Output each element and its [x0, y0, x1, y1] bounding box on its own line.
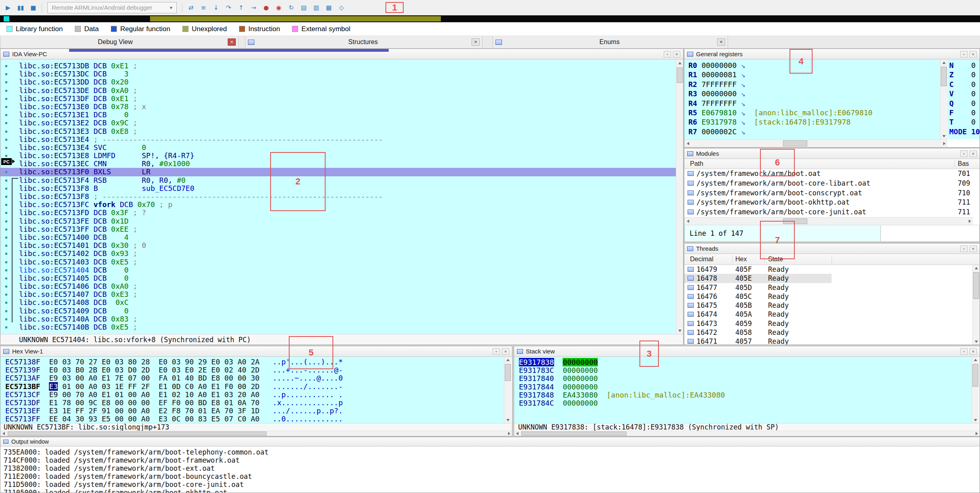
disasm-line[interactable]: libc.so:EC5713E2 DCB 0x9C ;	[0, 119, 676, 127]
close-tab-icon[interactable]: ×	[717, 38, 725, 46]
scroll-left-icon[interactable]	[0, 431, 6, 436]
hex-row[interactable]: EC57138F E0 03 70 27 E0 03 80 28 E0 03 9…	[0, 358, 504, 366]
disasm-line[interactable]: libc.so:EC5713E3 DCB 0xE8 ;	[0, 127, 676, 135]
column-separator[interactable]	[955, 160, 955, 167]
disasm-line[interactable]: libc.so:EC57140A DCB 0x83 ;	[0, 315, 676, 323]
modules-list[interactable]: /system/framework/arm/boot.oat701/system…	[684, 169, 980, 217]
disasm-line[interactable]: libc.so:EC571400 DCB 4	[0, 233, 676, 241]
stack-vertical-scrollbar[interactable]	[972, 357, 979, 423]
scroll-down-icon[interactable]	[940, 133, 947, 139]
register-row[interactable]: R2 7FFFFFFF ↘	[684, 80, 939, 89]
ida-vertical-scrollbar[interactable]	[676, 59, 683, 334]
memory-view-button[interactable]: ▥	[311, 2, 322, 13]
registers-vertical-scrollbar[interactable]	[940, 59, 947, 139]
stack-row[interactable]: E9317840 00000000	[514, 375, 972, 383]
hex-horizontal-scrollbar[interactable]	[0, 431, 512, 436]
breakpoint-list-button[interactable]: ●	[260, 2, 272, 13]
stack-row[interactable]: E9317838 00000000	[514, 358, 972, 366]
scrollbar-thumb[interactable]	[941, 67, 947, 86]
threads-header[interactable]: Decimal Hex State	[684, 254, 980, 265]
scroll-right-icon[interactable]	[941, 140, 948, 147]
thread-row[interactable]: 16477405DReady	[684, 283, 972, 292]
run-until-return-button[interactable]: ↑	[235, 2, 247, 13]
disasm-line[interactable]: libc.so:EC5713F4 RSB R0, R0, #0	[0, 176, 676, 184]
disasm-line[interactable]: libc.so:EC5713E8 LDMFD SP!, {R4-R7}	[0, 152, 676, 160]
hex-row[interactable]: EC5713EF E3 1E FF 2F 91 00 00 A0 E2 F8 7…	[0, 407, 504, 415]
tab-enums[interactable]: Enums ×	[493, 36, 728, 48]
disasm-line[interactable]: libc.so:EC5713FD DCB 0x3F ; ?	[0, 209, 676, 217]
module-row[interactable]: /system/framework/arm/boot-okhttp.oat711	[684, 198, 980, 207]
stack-view-titlebar[interactable]: Stack view ▫ ×	[514, 346, 980, 357]
panel-close-button[interactable]: ×	[502, 348, 509, 355]
hex-row[interactable]: EC5713AF E9 03 00 A0 E1 7E 07 00 FA 01 4…	[0, 374, 504, 382]
flag-row[interactable]: C 0	[949, 80, 980, 89]
registers-horizontal-scrollbar[interactable]	[684, 139, 948, 147]
column-separator[interactable]	[732, 255, 732, 263]
disasm-line[interactable]: libc.so:EC571402 DCB 0x93 ;	[0, 250, 676, 258]
panel-restore-button[interactable]: ▫	[960, 245, 967, 252]
debugger-options-button[interactable]: ≡	[198, 2, 209, 13]
stack-row[interactable]: E9317844 00000000	[514, 383, 972, 391]
disasm-line[interactable]: libc.so:EC5713DE DCB 0xA0 ;	[0, 87, 676, 95]
hex-row[interactable]: EC5713FF EE 04 30 93 E5 00 00 A0 E3 0C 0…	[0, 415, 504, 423]
disasm-line[interactable]: libc.so:EC5713DB DCB 0xE1 ;	[0, 62, 676, 70]
scrollbar-thumb[interactable]	[973, 272, 979, 299]
debugger-selector[interactable]: Remote ARMLinux/Android debugger ▾	[47, 2, 177, 13]
close-tab-icon[interactable]: ×	[472, 38, 480, 46]
disasm-line[interactable]: libc.so:EC5713F8 ; ---------------------…	[0, 193, 676, 201]
scrollbar-thumb[interactable]	[783, 140, 807, 146]
disasm-line[interactable]: libc.so:EC5713FC vfork DCB 0x70 ; p	[0, 201, 676, 209]
segments-button[interactable]: ▦	[323, 2, 334, 13]
panel-restore-button[interactable]: ▫	[960, 51, 967, 57]
threads-header-hex[interactable]: Hex	[735, 254, 747, 264]
step-into-button[interactable]: ↓	[210, 2, 222, 13]
disasm-line[interactable]: libc.so:EC5713F8 B sub_EC5CD7E0	[0, 184, 676, 193]
thread-row[interactable]: 16474405AReady	[684, 310, 972, 319]
toggle-breakpoint-button[interactable]: ◉	[273, 2, 284, 13]
tab-structures[interactable]: Structures ×	[245, 36, 483, 48]
step-over-button[interactable]: ↷	[223, 2, 234, 13]
scrollbar-thumb[interactable]	[677, 68, 683, 83]
thread-row[interactable]: 164734059Ready	[684, 319, 972, 328]
disasm-line[interactable]: libc.so:EC571404 DCB 0	[0, 266, 676, 274]
module-row[interactable]: /system/framework/arm/boot-core-libart.o…	[684, 179, 980, 188]
threads-header-decimal[interactable]: Decimal	[690, 254, 713, 264]
thread-row[interactable]: 16475405BReady	[684, 301, 972, 310]
hex-view-titlebar[interactable]: Hex View-1 ▫ ×	[0, 346, 512, 357]
scroll-up-icon[interactable]	[973, 265, 980, 271]
thread-row[interactable]: 164714057Ready	[684, 337, 972, 345]
panel-close-button[interactable]: ×	[969, 51, 977, 57]
scrollbar-thumb[interactable]	[8, 432, 267, 436]
modules-header-path[interactable]: Path	[690, 159, 703, 169]
register-row[interactable]: R4 7FFFFFFF ↘	[684, 99, 939, 108]
mode-row[interactable]: MODE 10	[949, 127, 980, 136]
disasm-line[interactable]: libc.so:EC5713E1 DCB 0	[0, 111, 676, 119]
disasm-line[interactable]: libc.so:EC571409 DCB 0	[0, 307, 676, 315]
module-row[interactable]: /system/framework/arm/boot-core-junit.oa…	[684, 207, 980, 217]
module-row[interactable]: /system/framework/arm/boot.oat701	[684, 169, 980, 179]
panel-close-button[interactable]: ×	[673, 51, 680, 57]
disasm-line[interactable]: libc.so:EC5713F0 BXLS LR	[0, 168, 676, 176]
panel-restore-button[interactable]: ▫	[664, 51, 671, 57]
stack-list[interactable]: E9317838 00000000E931783C 00000000E93178…	[514, 357, 972, 423]
scroll-down-icon[interactable]	[504, 417, 511, 423]
output-titlebar[interactable]: Output window	[0, 437, 980, 446]
disasm-line[interactable]: libc.so:EC571407 DCB 0xE3 ;	[0, 290, 676, 298]
thread-row[interactable]: 16476405CReady	[684, 292, 972, 301]
hex-row[interactable]: EC5713DF E1 78 00 9C E8 00 00 00 EF F0 0…	[0, 399, 504, 407]
scrollbar-thumb[interactable]	[521, 432, 627, 436]
stack-row[interactable]: E931784C 00000000	[514, 399, 972, 407]
stack-row[interactable]: E9317848 EA433080 [anon:libc_malloc]:EA4…	[514, 391, 972, 399]
continue-process-button[interactable]: ▶	[2, 2, 14, 13]
threads-list[interactable]: 16479405FReady16478405EReady16477405DRea…	[684, 265, 972, 345]
register-row[interactable]: R3 00000000 ↘	[684, 89, 939, 98]
register-row[interactable]: R6 E9317978 ↘ [stack:16478]:E9317978	[684, 117, 939, 127]
scroll-down-icon[interactable]	[972, 417, 979, 423]
scrollbar-thumb[interactable]	[505, 364, 511, 381]
modules-filter-cell[interactable]	[881, 225, 980, 242]
flag-row[interactable]: T 0	[949, 117, 980, 127]
stack-row[interactable]: E931783C 00000000	[514, 366, 972, 375]
attach-to-process-button[interactable]: ⇄	[185, 2, 197, 13]
register-row[interactable]: R5 E0679810 ↘ [anon:libc_malloc]:E067981…	[684, 108, 939, 117]
scroll-up-icon[interactable]	[676, 59, 683, 66]
